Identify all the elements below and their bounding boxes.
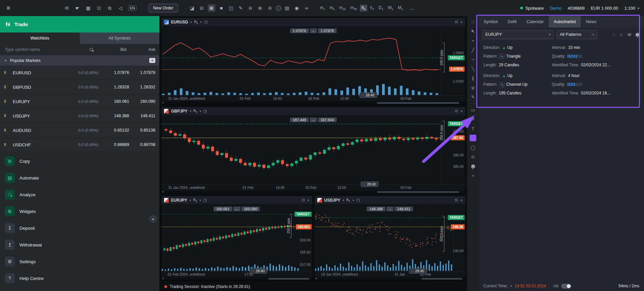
timeframe-dropdown-caret[interactable]: ▾ bbox=[200, 20, 202, 24]
zoom-out-icon[interactable]: ⊖ bbox=[247, 5, 254, 11]
layout-panels-icon[interactable]: ⊟ bbox=[198, 5, 206, 11]
horizontal-line-tool-icon[interactable]: ─ bbox=[469, 55, 477, 64]
popout-chart-icon[interactable]: ◳ bbox=[204, 109, 207, 113]
drag-handle-icon[interactable]: ∷ bbox=[469, 17, 477, 26]
watchlist-row-GBPUSD[interactable]: ‖GBPUSD0.0 (0.00%)1.263281.26332 bbox=[0, 80, 159, 94]
timeframe-m15-button[interactable]: m15 bbox=[337, 5, 347, 11]
symbol-dropdown-caret[interactable]: ▾ bbox=[343, 199, 344, 202]
panel-tab-news[interactable]: News bbox=[581, 16, 601, 27]
close-chart-icon[interactable]: × bbox=[461, 109, 463, 113]
share-icon[interactable]: ∴ bbox=[612, 32, 615, 37]
chart-timeframe-label[interactable]: h1 bbox=[194, 198, 197, 203]
symbol-search-input[interactable] bbox=[4, 47, 87, 52]
chart-timeframe-label[interactable]: h1 bbox=[346, 198, 350, 203]
copy-icon[interactable]: ⧉ bbox=[106, 5, 113, 11]
hamburger-menu-icon[interactable]: ≡ bbox=[5, 5, 12, 12]
shapes-tool-icon[interactable]: ▭ bbox=[469, 105, 477, 114]
panel-tab-autochartist[interactable]: Autochartist bbox=[549, 16, 581, 27]
split-pane-icon[interactable]: ◫ bbox=[227, 5, 235, 11]
chart-scrollbar[interactable]: ◂ bbox=[315, 277, 466, 280]
more-timeframes-button[interactable]: … bbox=[409, 5, 415, 11]
maximize-chart-icon[interactable]: ⊡ bbox=[455, 20, 458, 24]
menu-item-copy[interactable]: ⧉Copy bbox=[0, 153, 159, 169]
timeframe-m5-button[interactable]: m5 bbox=[328, 5, 336, 11]
watchlist-group-header[interactable]: ▼ Popular Markets ≡ bbox=[0, 55, 159, 66]
timeframe-m30-button[interactable]: m30 bbox=[349, 5, 359, 11]
arrow-tool-icon[interactable]: ↗ bbox=[469, 115, 477, 124]
account-info[interactable]: Spotware · Demo · 4036669 · EUR 1 000.00… bbox=[520, 6, 639, 11]
eye-icon[interactable]: ◉ bbox=[293, 5, 301, 11]
language-badge[interactable]: EN bbox=[128, 5, 137, 11]
timeframe-D1-button[interactable]: D1 bbox=[377, 5, 385, 11]
envelope-icon[interactable]: ✉ bbox=[63, 5, 70, 11]
text-tool-icon[interactable]: T bbox=[469, 124, 477, 133]
chevron-down-icon[interactable]: ▾ bbox=[511, 284, 512, 288]
list-edit-icon[interactable]: ≡ bbox=[149, 58, 155, 63]
panel-tab-dom[interactable]: DoM bbox=[503, 16, 522, 27]
favorites-star-icon[interactable]: ☆ bbox=[619, 32, 623, 37]
pitchfork-tool-icon[interactable]: ψ bbox=[469, 83, 477, 92]
chart-timeframe-label[interactable]: h1 bbox=[194, 19, 198, 24]
scrollbar-thumb[interactable] bbox=[377, 102, 459, 104]
popout-chart-icon[interactable]: ◳ bbox=[204, 20, 208, 24]
watchlist-row-EURJPY[interactable]: ‖EURJPY0.0 (0.00%)160.061160.090 bbox=[0, 94, 159, 109]
rectangle-tool-icon[interactable] bbox=[470, 135, 476, 141]
trend-line-tool-icon[interactable]: ╱ bbox=[469, 46, 477, 54]
ray-line-tool-icon[interactable]: ╲ bbox=[469, 64, 477, 73]
popout-chart-icon[interactable]: ◳ bbox=[203, 198, 207, 202]
watchlist-row-USDCHF[interactable]: ‖USDCHF0.0 (0.00%)0.866890.86708 bbox=[0, 138, 159, 152]
timeframe-W1-button[interactable]: W1 bbox=[386, 5, 395, 11]
zoom-in-icon[interactable]: ⊕ bbox=[257, 5, 264, 11]
panel-tab-symbol[interactable]: Symbol bbox=[479, 16, 503, 27]
close-chart-icon[interactable]: × bbox=[461, 20, 463, 24]
watchlist-tab-all-symbols[interactable]: All Symbols bbox=[80, 32, 160, 44]
ellipse-tool-icon[interactable]: ◯ bbox=[469, 143, 477, 152]
maximize-chart-icon[interactable]: ⊡ bbox=[455, 198, 458, 202]
menu-item-automate[interactable]: ▤Automate bbox=[0, 169, 159, 186]
volume-icon[interactable]: ◁ bbox=[117, 5, 124, 11]
chart-timeframe-label[interactable]: h1 bbox=[194, 108, 197, 114]
chart-window-icon[interactable]: ◪ bbox=[189, 5, 196, 11]
pattern-filter-select[interactable]: All Patterns ▾ bbox=[556, 30, 597, 39]
scroll-left-arrow-icon[interactable]: ◂ bbox=[162, 277, 164, 280]
crosshair-tool-icon[interactable]: + bbox=[469, 36, 477, 45]
menu-item-deposit[interactable]: ↧Deposit bbox=[0, 220, 159, 236]
maximize-chart-icon[interactable]: ⊡ bbox=[302, 198, 305, 202]
chart-scrollbar[interactable]: ◂ bbox=[161, 101, 465, 104]
close-chart-icon[interactable]: × bbox=[461, 198, 463, 202]
scroll-left-arrow-icon[interactable]: ◂ bbox=[162, 101, 164, 104]
symbol-dropdown-caret[interactable]: ▾ bbox=[190, 199, 191, 202]
timeframe-h4-button[interactable]: h4 bbox=[369, 5, 376, 11]
menu-item-help-centre[interactable]: ?Help Centre bbox=[0, 270, 159, 287]
time-format-toggle[interactable] bbox=[561, 284, 571, 289]
timeframe-m1-button[interactable]: m1 bbox=[318, 5, 327, 11]
watchlist-tab-watchlists[interactable]: Watchlists bbox=[0, 32, 80, 44]
scroll-left-arrow-icon[interactable]: ◂ bbox=[162, 190, 164, 193]
email-alert-icon[interactable]: ✉ bbox=[628, 32, 631, 37]
pattern-result-1[interactable]: Direction:▲UpInterval:15 minPattern:∿Tri… bbox=[483, 45, 639, 68]
gift-icon[interactable]: ▦ bbox=[85, 5, 92, 11]
scroll-left-arrow-icon[interactable]: ◂ bbox=[315, 277, 317, 280]
screenshot-camera-icon[interactable]: ⊙ bbox=[469, 152, 477, 161]
volume-profile-icon[interactable]: ılı bbox=[266, 5, 274, 11]
menu-item-widgets[interactable]: ⊞Widgets bbox=[0, 203, 159, 220]
channel-tool-icon[interactable]: ∥ bbox=[469, 74, 477, 82]
symbol-dropdown-caret[interactable]: ▾ bbox=[190, 110, 192, 113]
trade-section-header[interactable]: Trade bbox=[0, 16, 159, 32]
maximize-chart-icon[interactable]: ⊡ bbox=[455, 109, 458, 113]
watchlist-row-AUDUSD[interactable]: ‖AUDUSD0.0 (0.00%)0.651320.65136 bbox=[0, 123, 159, 138]
crop-icon[interactable]: ⊡ bbox=[95, 5, 103, 11]
popout-chart-icon[interactable]: ◳ bbox=[356, 198, 360, 202]
chart-scrollbar[interactable]: ◂ bbox=[161, 191, 465, 194]
brush-tool-icon[interactable]: ✎ bbox=[469, 92, 477, 101]
timeframe-dropdown-caret[interactable]: ▾ bbox=[353, 199, 354, 202]
menu-item-withdrawal[interactable]: ↥Withdrawal bbox=[0, 236, 159, 253]
timeframe-dropdown-caret[interactable]: ▾ bbox=[199, 199, 201, 202]
link-charts-icon[interactable]: ∞ bbox=[303, 5, 310, 11]
chart-edit-icon[interactable]: ✎ bbox=[237, 5, 245, 11]
timeframe-h1-button[interactable]: h1 bbox=[360, 5, 367, 11]
scrollbar-thumb[interactable] bbox=[268, 278, 309, 280]
new-order-button[interactable]: New Order bbox=[149, 4, 177, 12]
info-icon[interactable]: i bbox=[276, 6, 281, 11]
watchlist-row-EURUSD[interactable]: ‖EURUSD0.0 (0.00%)1.078761.07878 bbox=[0, 66, 159, 80]
